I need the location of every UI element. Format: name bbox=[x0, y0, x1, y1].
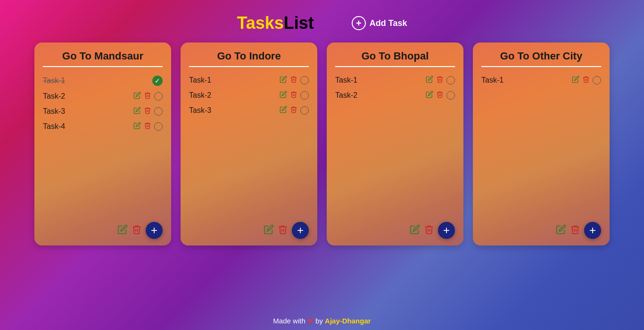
task-row: Task-1 bbox=[481, 73, 601, 88]
delete-icon[interactable] bbox=[290, 76, 297, 85]
task-label: Task-2 bbox=[43, 92, 65, 101]
edit-icon[interactable] bbox=[426, 91, 433, 100]
card-mandsaur: Go To Mandsaur Task-1 ✓ Task-2 Task-3 bbox=[34, 42, 171, 245]
card-mandsaur-title: Go To Mandsaur bbox=[43, 50, 163, 62]
cards-container: Go To Mandsaur Task-1 ✓ Task-2 Task-3 bbox=[16, 42, 628, 308]
edit-icon[interactable] bbox=[133, 107, 141, 116]
footer-author: Ajay-Dhangar bbox=[325, 317, 371, 325]
check-icon[interactable] bbox=[446, 76, 455, 85]
delete-icon[interactable] bbox=[436, 76, 444, 85]
card-add-button[interactable]: + bbox=[438, 222, 455, 239]
card-add-button[interactable]: + bbox=[146, 222, 163, 239]
edit-icon[interactable] bbox=[572, 76, 579, 85]
task-label: Task-1 bbox=[481, 76, 504, 85]
task-label-completed: Task-1 bbox=[43, 76, 65, 85]
card-footer: + bbox=[481, 212, 601, 239]
footer-edit-icon[interactable] bbox=[117, 224, 128, 237]
check-icon[interactable] bbox=[154, 107, 163, 116]
card-footer: + bbox=[335, 212, 455, 239]
delete-icon[interactable] bbox=[290, 106, 297, 115]
task-icons bbox=[280, 106, 309, 115]
delete-icon[interactable] bbox=[436, 91, 444, 100]
task-row: Task-1 ✓ bbox=[43, 73, 163, 89]
card-bhopal-title: Go To Bhopal bbox=[335, 50, 455, 62]
task-icons: ✓ bbox=[152, 76, 163, 86]
check-icon[interactable] bbox=[593, 76, 601, 85]
check-icon[interactable] bbox=[154, 92, 163, 101]
card-mandsaur-divider bbox=[43, 66, 163, 67]
task-row: Task-1 bbox=[335, 73, 455, 88]
task-icons bbox=[133, 92, 163, 101]
add-task-button[interactable]: + Add Task bbox=[352, 16, 407, 30]
task-row: Task-4 bbox=[43, 119, 163, 134]
task-label: Task-3 bbox=[43, 107, 65, 116]
delete-icon[interactable] bbox=[582, 76, 590, 85]
task-label: Task-3 bbox=[189, 106, 211, 115]
task-icons bbox=[133, 107, 163, 116]
card-indore-divider bbox=[189, 66, 309, 67]
task-row: Task-2 bbox=[335, 88, 455, 103]
card-othercity-title: Go To Other City bbox=[481, 50, 601, 62]
check-icon[interactable] bbox=[446, 91, 455, 100]
card-othercity: Go To Other City Task-1 + bbox=[473, 42, 610, 245]
task-icons bbox=[280, 76, 309, 85]
edit-icon[interactable] bbox=[426, 76, 433, 85]
edit-icon[interactable] bbox=[133, 92, 141, 101]
card-othercity-divider bbox=[481, 66, 601, 67]
app-header: TasksList + Add Task bbox=[0, 0, 644, 42]
task-label: Task-2 bbox=[189, 91, 211, 100]
heart-icon: ❤ bbox=[307, 317, 315, 325]
check-icon[interactable] bbox=[154, 122, 163, 131]
card-indore-title: Go To Indore bbox=[189, 50, 309, 62]
title-tasks: Tasks bbox=[237, 13, 283, 33]
edit-icon[interactable] bbox=[280, 76, 287, 85]
add-task-circle-icon: + bbox=[352, 16, 366, 30]
footer-edit-icon[interactable] bbox=[410, 224, 420, 237]
task-row: Task-2 bbox=[43, 89, 163, 104]
edit-icon[interactable] bbox=[280, 106, 287, 115]
check-icon[interactable] bbox=[300, 91, 309, 100]
delete-icon[interactable] bbox=[144, 92, 151, 101]
task-label: Task-1 bbox=[335, 76, 357, 85]
task-row: Task-1 bbox=[189, 73, 309, 88]
task-icons bbox=[280, 91, 309, 100]
task-icons bbox=[426, 91, 455, 100]
page-footer: Made with ❤ by Ajay-Dhangar bbox=[0, 308, 644, 330]
footer-delete-icon[interactable] bbox=[424, 224, 434, 237]
footer-delete-icon[interactable] bbox=[132, 224, 142, 237]
task-row: Task-2 bbox=[189, 88, 309, 103]
footer-delete-icon[interactable] bbox=[570, 224, 580, 237]
footer-edit-icon[interactable] bbox=[556, 224, 566, 237]
task-label: Task-1 bbox=[189, 76, 211, 85]
card-footer: + bbox=[43, 212, 163, 239]
footer-edit-icon[interactable] bbox=[264, 224, 274, 237]
footer-delete-icon[interactable] bbox=[278, 224, 288, 237]
title-list: List bbox=[284, 13, 314, 33]
check-icon[interactable] bbox=[300, 106, 309, 115]
footer-text-by: by bbox=[315, 317, 323, 325]
task-row: Task-3 bbox=[43, 104, 163, 119]
edit-icon[interactable] bbox=[133, 122, 141, 131]
card-bhopal-divider bbox=[335, 66, 455, 67]
card-footer: + bbox=[189, 212, 309, 239]
card-indore: Go To Indore Task-1 Task-2 bbox=[181, 42, 317, 245]
delete-icon[interactable] bbox=[290, 91, 297, 100]
check-done-icon[interactable]: ✓ bbox=[152, 76, 163, 86]
add-task-label: Add Task bbox=[370, 18, 407, 28]
task-label: Task-2 bbox=[335, 91, 357, 100]
check-icon[interactable] bbox=[300, 76, 309, 85]
footer-text-before: Made with bbox=[273, 317, 305, 325]
delete-icon[interactable] bbox=[144, 122, 151, 131]
edit-icon[interactable] bbox=[280, 91, 287, 100]
app-title: TasksList bbox=[237, 13, 314, 33]
task-icons bbox=[133, 122, 163, 131]
delete-icon[interactable] bbox=[144, 107, 151, 116]
card-add-button[interactable]: + bbox=[292, 222, 309, 239]
task-row: Task-3 bbox=[189, 103, 309, 118]
task-icons bbox=[426, 76, 455, 85]
card-bhopal: Go To Bhopal Task-1 Task-2 bbox=[327, 42, 463, 245]
card-add-button[interactable]: + bbox=[584, 222, 601, 239]
task-icons bbox=[572, 76, 601, 85]
task-label: Task-4 bbox=[43, 122, 65, 131]
